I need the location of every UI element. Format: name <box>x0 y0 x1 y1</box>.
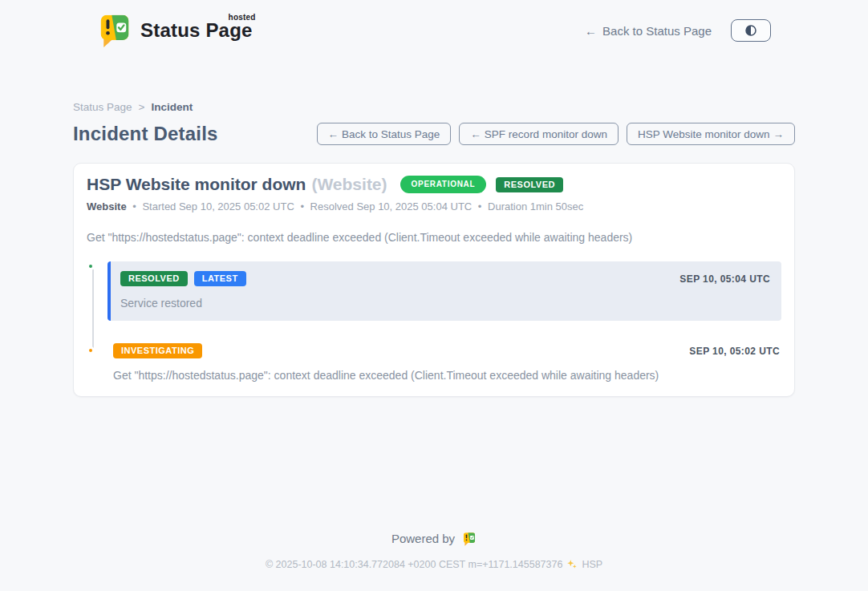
copyright-text: © 2025-10-08 14:10:34.772084 +0200 CEST … <box>266 559 563 570</box>
back-to-status-page-button[interactable]: ← Back to Status Page <box>317 123 452 145</box>
back-button-label: Back to Status Page <box>342 128 440 140</box>
header-back-to-status-page-link[interactable]: ← Back to Status Page <box>585 24 712 38</box>
resolved-state-badge: RESOLVED <box>496 177 563 192</box>
sparkles-icon <box>566 559 578 570</box>
main-content: Status Page > Incident Incident Details … <box>73 61 795 397</box>
brand-name: Status Page hosted <box>140 19 253 42</box>
breadcrumb-incident: Incident <box>151 101 193 113</box>
timeline-timestamp: SEP 10, 05:04 UTC <box>679 273 770 285</box>
incident-card: HSP Website monitor down (Website) OPERA… <box>73 163 795 397</box>
meta-started: Started Sep 10, 2025 05:02 UTC <box>142 200 294 213</box>
investigating-badge: INVESTIGATING <box>113 343 202 358</box>
meta-separator: • <box>478 200 482 213</box>
arrow-right-icon: → <box>773 128 785 140</box>
breadcrumb-status-page-link[interactable]: Status Page <box>73 101 132 113</box>
timeline-timestamp: SEP 10, 05:02 UTC <box>689 346 780 357</box>
timeline-highlight-box: RESOLVED LATEST SEP 10, 05:04 UTC Servic… <box>107 261 781 321</box>
copyright-brand: HSP <box>582 559 602 570</box>
page-title: Incident Details <box>73 123 218 145</box>
app-header: Status Page hosted ← Back to Status Page <box>0 0 868 61</box>
next-button-label: HSP Website monitor down <box>638 128 770 140</box>
header-back-link-label: Back to Status Page <box>602 24 712 38</box>
meta-service: Website <box>87 200 127 213</box>
prev-button-label: SPF record monitor down <box>485 128 607 140</box>
theme-toggle-button[interactable] <box>731 19 771 42</box>
incident-service-name: (Website) <box>311 175 387 194</box>
status-bubble-icon <box>462 532 477 546</box>
incident-timeline: RESOLVED LATEST SEP 10, 05:04 UTC Servic… <box>87 261 781 382</box>
meta-resolved: Resolved Sep 10, 2025 05:04 UTC <box>310 200 473 213</box>
copyright: © 2025-10-08 14:10:34.772084 +0200 CEST … <box>0 559 868 570</box>
arrow-left-icon: ← <box>470 128 481 140</box>
timeline-message: Service restored <box>120 297 770 310</box>
incident-nav-buttons: ← Back to Status Page ← SPF record monit… <box>317 123 795 145</box>
timeline-dot-green <box>87 262 95 270</box>
meta-separator: • <box>300 200 304 213</box>
meta-duration: Duration 1min 50sec <box>488 200 583 213</box>
incident-meta: Website • Started Sep 10, 2025 05:02 UTC… <box>87 200 781 213</box>
arrow-left-icon: ← <box>328 128 339 140</box>
breadcrumb-separator: > <box>139 101 145 113</box>
brand-superscript: hosted <box>229 13 256 22</box>
contrast-half-circle-icon <box>743 22 759 38</box>
incident-description: Get "https://hostedstatus.page": context… <box>87 231 781 244</box>
latest-badge: LATEST <box>194 271 246 286</box>
timeline-entry-resolved: RESOLVED LATEST SEP 10, 05:04 UTC Servic… <box>87 261 781 321</box>
powered-by-label: Powered by <box>391 532 455 545</box>
meta-separator: • <box>132 200 136 213</box>
breadcrumb: Status Page > Incident <box>73 101 795 113</box>
operational-status-badge: OPERATIONAL <box>400 176 487 193</box>
arrow-left-icon: ← <box>585 24 597 38</box>
brand-logo[interactable]: Status Page hosted <box>97 13 253 48</box>
timeline-entry-investigating: INVESTIGATING SEP 10, 05:02 UTC Get "htt… <box>87 343 781 382</box>
status-bubble-icon <box>97 13 132 48</box>
timeline-dot-orange <box>87 346 95 354</box>
incident-title: HSP Website monitor down <box>87 175 306 194</box>
next-incident-button[interactable]: HSP Website monitor down → <box>627 123 795 145</box>
timeline-message: Get "https://hostedstatus.page": context… <box>113 369 780 382</box>
prev-incident-button[interactable]: ← SPF record monitor down <box>459 123 619 145</box>
powered-by[interactable]: Powered by <box>391 532 477 546</box>
resolved-badge: RESOLVED <box>120 271 188 286</box>
page-footer: Powered by © 2025-10-08 14:10:34.772084 … <box>0 532 868 591</box>
